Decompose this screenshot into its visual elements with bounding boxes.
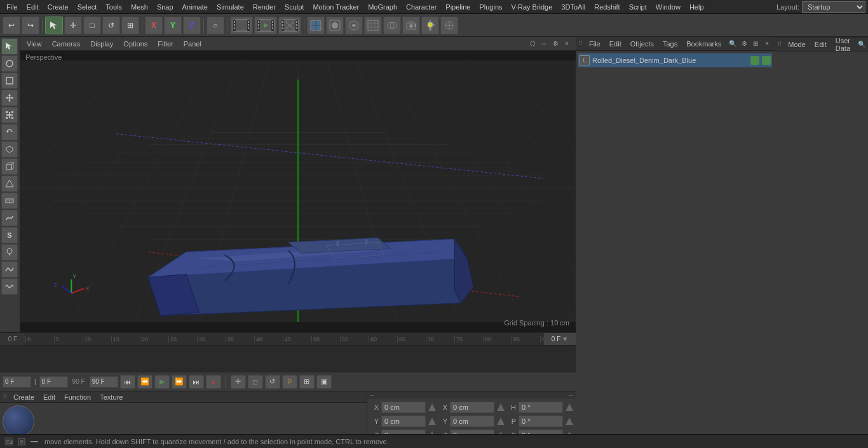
move-button[interactable]: ✛ xyxy=(64,17,82,34)
menu-render[interactable]: Render xyxy=(249,2,280,12)
step-forward-button[interactable]: ⏩ xyxy=(172,375,187,389)
material-menu-edit[interactable]: Edit xyxy=(41,393,58,402)
keyframe-rotate-button[interactable]: ↺ xyxy=(265,375,280,389)
object-visible-button[interactable] xyxy=(750,56,759,65)
menu-3dtoall[interactable]: 3DToAll xyxy=(557,2,589,12)
z-axis-button[interactable]: Z xyxy=(183,17,201,34)
viewport-menu-cameras[interactable]: Cameras xyxy=(50,39,83,48)
object-mode-button[interactable]: ○ xyxy=(207,17,224,34)
sidebar-spline[interactable] xyxy=(1,210,18,226)
sidebar-cube[interactable] xyxy=(1,158,18,175)
attr-menu-edit[interactable]: Edit xyxy=(812,40,829,49)
motion-clip-button[interactable]: ▣ xyxy=(316,375,332,389)
goto-start-button[interactable]: ⏮ xyxy=(120,375,135,389)
coord-x1-input[interactable] xyxy=(381,402,426,413)
coord-p-input[interactable] xyxy=(519,416,563,427)
material-swatch[interactable] xyxy=(3,405,34,437)
object-row-denim[interactable]: L Rolled_Diesel_Denim_Dark_Blue xyxy=(578,53,772,67)
sidebar-scale[interactable] xyxy=(1,107,18,123)
render-preview-button[interactable] xyxy=(278,17,301,34)
material-menu-create[interactable]: Create xyxy=(11,393,37,402)
step-back-button[interactable]: ⏪ xyxy=(137,375,153,389)
scale-button[interactable]: ⊞ xyxy=(121,17,139,34)
objects-search-icon[interactable]: 🔍 xyxy=(728,39,738,49)
render-view-button[interactable] xyxy=(326,17,344,34)
objects-layers-icon[interactable]: ⊞ xyxy=(750,39,761,49)
redo-button[interactable]: ↪ xyxy=(22,17,39,34)
sidebar-pyramid[interactable] xyxy=(1,175,18,192)
menu-character[interactable]: Character xyxy=(402,2,440,12)
coord-x2-input[interactable] xyxy=(450,402,494,413)
sidebar-rectangle-selection[interactable] xyxy=(1,72,18,89)
menu-script[interactable]: Script xyxy=(625,2,651,12)
objects-menu-file[interactable]: File xyxy=(587,39,603,48)
layout-select[interactable]: Startup xyxy=(802,1,865,13)
material-menu-texture[interactable]: Texture xyxy=(97,393,125,402)
timeline-tracks[interactable] xyxy=(0,346,576,372)
coord-h-input[interactable] xyxy=(519,402,563,413)
sidebar-move[interactable] xyxy=(1,90,18,106)
menu-vray[interactable]: V-Ray Bridge xyxy=(508,2,557,12)
keyframe-move-button[interactable]: ✛ xyxy=(231,375,246,389)
viewport-camera-icon[interactable]: ↔ xyxy=(539,39,549,49)
menu-select[interactable]: Select xyxy=(74,2,101,12)
render-video-button[interactable] xyxy=(254,17,277,34)
attr-menu-userdata[interactable]: User Data xyxy=(833,37,853,53)
goto-end-button[interactable]: ⏭ xyxy=(189,375,204,389)
viewport-canvas[interactable]: X Y Z Perspective Grid Spacing : 10 cm xyxy=(20,51,576,332)
sidebar-deform[interactable] xyxy=(1,261,18,278)
attr-menu-mode[interactable]: Mode xyxy=(785,40,808,49)
menu-mograph[interactable]: MoGraph xyxy=(364,2,401,12)
menu-sculpt[interactable]: Sculpt xyxy=(281,2,308,12)
objects-close-icon[interactable]: × xyxy=(762,39,772,49)
material-menu-function[interactable]: Function xyxy=(62,393,93,402)
camera-button[interactable] xyxy=(402,17,420,34)
viewport-maximize-icon[interactable]: ⬡ xyxy=(527,39,538,49)
play-button[interactable]: ▶ xyxy=(154,375,170,389)
playback-preview-start[interactable] xyxy=(39,376,68,388)
viewport-close-icon[interactable]: × xyxy=(562,39,572,49)
sidebar-plane[interactable] xyxy=(1,193,18,209)
sidebar-select[interactable] xyxy=(1,38,18,55)
menu-mesh[interactable]: Mesh xyxy=(127,2,152,12)
objects-settings-icon[interactable]: ⚙ xyxy=(739,39,749,49)
rotate-button[interactable]: ↺ xyxy=(102,17,120,34)
material-editor-button[interactable] xyxy=(345,17,363,34)
menu-animate[interactable]: Animate xyxy=(179,2,212,12)
attr-search-icon[interactable]: 🔍 xyxy=(857,39,867,50)
null-button[interactable] xyxy=(440,17,458,34)
menu-redshift[interactable]: Redshift xyxy=(590,2,623,12)
status-minimize-icon[interactable] xyxy=(29,437,39,447)
select-model-button[interactable] xyxy=(45,17,63,34)
menu-file[interactable]: File xyxy=(3,2,22,12)
menu-window[interactable]: Window xyxy=(652,2,684,12)
undo-button[interactable]: ↩ xyxy=(3,17,20,34)
menu-help[interactable]: Help xyxy=(686,2,708,12)
playback-end-input[interactable] xyxy=(90,376,118,388)
viewport-settings-icon[interactable]: ⚙ xyxy=(550,39,560,49)
menu-tools[interactable]: Tools xyxy=(102,2,126,12)
sidebar-object[interactable] xyxy=(1,141,18,158)
texture-button[interactable] xyxy=(364,17,382,34)
viewport-menu-display[interactable]: Display xyxy=(88,39,116,48)
objects-menu-edit[interactable]: Edit xyxy=(607,39,624,48)
light-button[interactable] xyxy=(421,17,439,34)
sidebar-live-selection[interactable] xyxy=(1,55,18,72)
boole-button[interactable] xyxy=(383,17,401,34)
menu-snap[interactable]: Snap xyxy=(153,2,177,12)
cube-button[interactable]: □ xyxy=(83,17,101,34)
menu-plugins[interactable]: Plugins xyxy=(475,2,506,12)
keyframe-auto-button[interactable]: P xyxy=(282,375,297,389)
viewport-menu-view[interactable]: View xyxy=(24,39,44,48)
render-picture-button[interactable] xyxy=(230,17,253,34)
sidebar-paint[interactable] xyxy=(1,244,18,261)
menu-motion-tracker[interactable]: Motion Tracker xyxy=(309,2,363,12)
sidebar-rotate[interactable] xyxy=(1,124,18,140)
playback-start-input[interactable] xyxy=(3,376,31,388)
x-axis-button[interactable]: X xyxy=(145,17,163,34)
menu-pipeline[interactable]: Pipeline xyxy=(442,2,474,12)
sidebar-wave[interactable] xyxy=(1,278,18,295)
keyframe-scale-button[interactable]: □ xyxy=(248,375,263,389)
viewport-menu-panel[interactable]: Panel xyxy=(181,39,204,48)
record-button[interactable]: ● xyxy=(206,375,221,389)
